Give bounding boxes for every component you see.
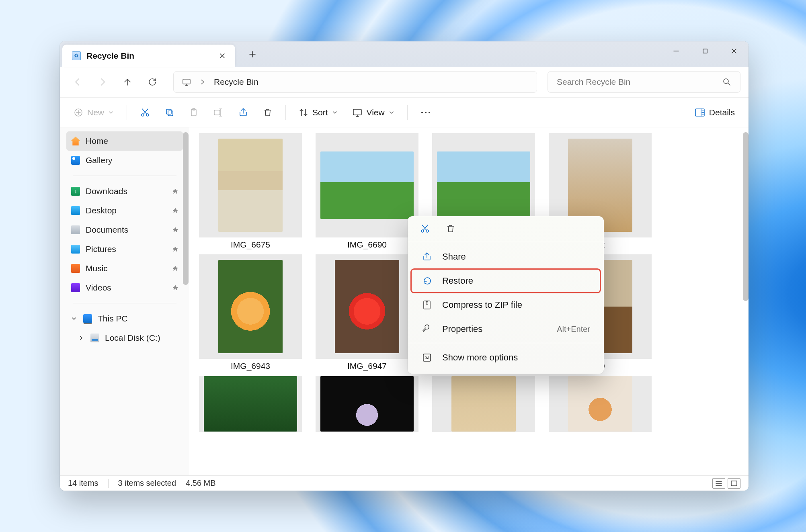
sidebar-item-label: Documents [86,225,128,235]
sidebar-item-label: Home [86,136,108,146]
ctx-item-label: Compress to ZIP file [442,300,522,310]
sidebar-item-videos[interactable]: Videos [66,278,183,297]
svg-rect-7 [166,109,171,114]
separator [285,105,286,120]
content-scrollbar[interactable] [743,132,749,301]
thumbnail-image [320,151,414,219]
sort-button[interactable]: Sort [293,103,343,122]
sidebar-item-local-disk[interactable]: Local Disk (C:) [66,328,183,348]
sidebar-item-home[interactable]: Home [66,131,183,151]
sidebar-item-label: Downloads [86,186,127,196]
ctx-item-label: Share [442,252,466,262]
thumbnail-card[interactable]: IMG_6675 [199,133,302,250]
sidebar-item-documents[interactable]: Documents [66,220,183,239]
ctx-show-more[interactable]: Show more options [411,346,601,370]
thumbnail-image [204,376,297,432]
tab-recycle-bin[interactable]: Recycle Bin [62,45,235,67]
thumbnail-image [568,376,632,432]
up-button[interactable] [117,72,138,92]
new-button[interactable]: New [68,103,119,122]
svg-rect-16 [731,481,737,486]
sidebar-item-label: Local Disk (C:) [105,333,160,343]
this-pc-icon [83,314,92,323]
disk-icon [90,334,99,342]
chevron-right-icon[interactable] [78,333,84,343]
thumbnail-caption: IMG_6675 [231,240,270,250]
sidebar-item-desktop[interactable]: Desktop [66,201,183,220]
sidebar-item-music[interactable]: Music [66,259,183,278]
sidebar-item-downloads[interactable]: Downloads [66,182,183,201]
svg-rect-0 [703,49,707,53]
thumbnail-card[interactable] [549,376,652,432]
separator [108,479,109,488]
thumbnail-view-button[interactable] [728,478,740,489]
refresh-button[interactable] [142,72,163,92]
svg-point-14 [429,112,430,113]
search-input[interactable] [557,77,717,87]
rename-button[interactable] [207,103,229,122]
pin-icon [172,244,178,254]
titlebar: Recycle Bin [60,41,749,67]
thumbnail-image [451,376,516,432]
more-button[interactable] [415,103,437,122]
separator [407,105,408,120]
thumbnail-card[interactable]: IMG_6690 [316,133,418,250]
view-button[interactable]: View [347,103,400,122]
ctx-restore[interactable]: Restore [411,269,601,293]
pictures-icon [71,245,80,254]
back-button[interactable] [67,72,88,92]
sidebar-scrollbar[interactable] [183,132,189,285]
restore-icon [421,275,433,286]
maximize-button[interactable] [691,41,720,61]
copy-button[interactable] [159,103,180,122]
sidebar-item-this-pc[interactable]: This PC [66,309,183,328]
thumbnail-card[interactable]: IMG_6947 [316,254,418,371]
ctx-properties[interactable]: Properties Alt+Enter [411,317,601,341]
tab-close-button[interactable] [216,49,229,62]
ctx-cut-button[interactable] [419,223,431,235]
share-icon [421,251,433,262]
svg-point-12 [421,112,423,113]
pin-icon [172,186,178,196]
details-pane-button[interactable]: Details [689,103,740,122]
thumbnail-image [218,260,283,353]
minimize-button[interactable] [662,41,691,61]
close-button[interactable] [720,41,749,61]
thumbnail-image [320,376,414,432]
ctx-delete-button[interactable] [445,223,457,235]
separator [73,303,176,303]
ctx-share[interactable]: Share [411,245,601,269]
separator [408,242,604,242]
thumbnail-card[interactable]: IMG_6943 [199,254,302,371]
zip-icon [421,299,433,311]
svg-point-13 [425,112,427,113]
details-view-button[interactable] [712,478,725,489]
search-icon [722,78,731,86]
sidebar-item-label: Music [86,264,108,273]
thumbnail-card[interactable] [432,376,535,432]
search-box[interactable] [548,71,740,93]
sidebar-item-gallery[interactable]: Gallery [66,151,183,170]
sidebar-item-label: Pictures [86,244,116,254]
address-box[interactable]: Recycle Bin [173,71,537,93]
thumbnail-card[interactable] [199,376,302,432]
context-menu: Share Restore Compress to ZIP file Prope… [408,216,604,374]
separator [73,176,176,176]
window-controls [662,41,749,61]
delete-button[interactable] [257,103,278,122]
new-tab-button[interactable] [246,47,259,61]
chevron-down-icon[interactable] [71,314,77,323]
address-bar-row: Recycle Bin [60,67,749,97]
forward-button[interactable] [92,72,113,92]
cut-button[interactable] [134,103,156,122]
thumbnail-caption: IMG_6943 [231,361,270,371]
thumbnail-card[interactable] [316,376,418,432]
status-item-count: 14 items [68,479,98,488]
ctx-compress[interactable]: Compress to ZIP file [411,293,601,317]
paste-button[interactable] [183,103,204,122]
sidebar-item-pictures[interactable]: Pictures [66,239,183,259]
videos-icon [71,283,80,292]
share-button[interactable] [232,103,254,122]
sidebar: Home Gallery Downloads Desktop [60,127,189,475]
ctx-item-label: Show more options [442,352,518,363]
